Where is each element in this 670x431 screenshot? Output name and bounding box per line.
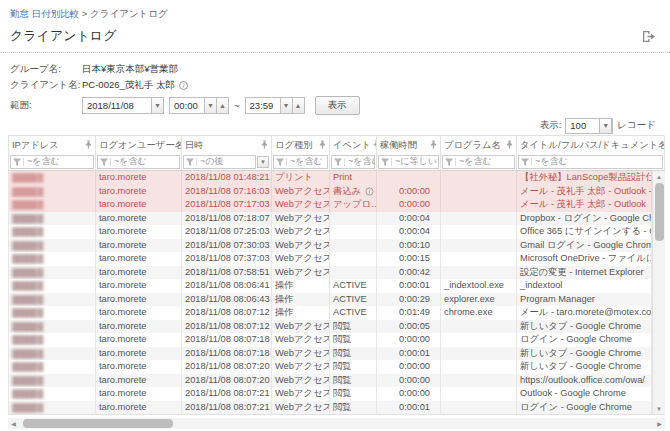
cell-datetime: 2018/11/08 07:16:03: [182, 185, 272, 199]
scroll-left-icon[interactable]: ◀: [8, 418, 19, 429]
export-icon[interactable]: [640, 28, 658, 45]
page-size-dropdown-icon[interactable]: ▼: [599, 118, 612, 134]
filter-cell-title: ~を含む: [517, 153, 665, 171]
client-info-icon[interactable]: i: [179, 81, 188, 90]
time-from-input[interactable]: 00:00: [169, 97, 205, 114]
time-to-up-icon[interactable]: ▲: [292, 97, 305, 114]
filter-input-event[interactable]: ~を含む: [331, 155, 375, 169]
cell-program: [441, 360, 517, 374]
scroll-up-icon[interactable]: ▲: [653, 171, 666, 182]
time-from-up-icon[interactable]: ▲: [216, 97, 229, 114]
filter-funnel-icon: [274, 158, 287, 166]
log-row[interactable]: ▓▓▓▓▓ ▓taro.morete2018/11/08 08:07:12操作A…: [8, 306, 665, 320]
column-header-user[interactable]: ログオンユーザー名: [96, 135, 182, 153]
filter-cell-user: ~を含む: [96, 153, 182, 171]
vertical-scrollbar-thumb[interactable]: [655, 183, 664, 241]
column-header-datetime[interactable]: 日時: [182, 135, 272, 153]
filter-operator-dropdown-icon[interactable]: ▼: [257, 156, 269, 168]
horizontal-scrollbar-thumb[interactable]: [23, 419, 173, 428]
scroll-right-icon[interactable]: ▶: [654, 418, 665, 429]
cell-datetime: 2018/11/08 08:07:18: [182, 333, 272, 347]
log-row[interactable]: ▓▓▓▓▓ ▓taro.morete2018/11/08 07:58:51Web…: [8, 266, 665, 280]
filter-cell-event: ~を含む: [330, 153, 377, 171]
log-row[interactable]: ▓▓▓▓▓ ▓taro.morete2018/11/08 08:07:18Web…: [8, 333, 665, 347]
horizontal-scrollbar[interactable]: ◀ ▶: [8, 418, 665, 429]
cell-type: Webアクセス: [272, 198, 330, 212]
column-header-label: ログオンユーザー名: [99, 136, 182, 154]
pin-icon[interactable]: [430, 140, 437, 149]
cell-datetime: 2018/11/08 08:07:20: [182, 360, 272, 374]
page-size-select[interactable]: 100▼: [565, 118, 613, 134]
pin-icon[interactable]: [506, 140, 513, 149]
column-header-ip[interactable]: IPアドレス: [8, 135, 96, 153]
cell-program: [441, 185, 517, 199]
filter-input-user[interactable]: ~を含む: [97, 155, 180, 169]
table-header-row: IPアドレスログオンユーザー名日時ログ種別イベント稼働時間プログラム名タイトル/…: [8, 135, 665, 153]
column-header-title[interactable]: タイトル/フルパス/ドキュメント名: [517, 135, 665, 153]
log-row[interactable]: ▓▓▓▓▓ ▓taro.morete2018/11/08 07:25:03Web…: [8, 225, 665, 239]
column-header-program[interactable]: プログラム名: [441, 135, 517, 153]
log-row[interactable]: ▓▓▓▓▓ ▓taro.morete2018/11/08 08:06:43操作A…: [8, 293, 665, 307]
filter-input-type[interactable]: ~を含む: [273, 155, 328, 169]
cell-duration: 0:00:00: [377, 374, 441, 388]
log-row[interactable]: ▓▓▓▓▓ ▓taro.morete2018/11/08 07:18:07Web…: [8, 212, 665, 226]
cell-datetime: 2018/11/08 07:30:03: [182, 239, 272, 253]
date-dropdown-icon[interactable]: ▼: [151, 97, 164, 114]
cell-title: ログイン - Google Chrome: [517, 333, 652, 347]
cell-user: taro.morete: [96, 333, 182, 347]
log-row[interactable]: ▓▓▓▓▓ ▓taro.morete2018/11/08 08:07:21Web…: [8, 387, 665, 401]
column-header-type[interactable]: ログ種別: [272, 135, 330, 153]
filter-cell-type: ~を含む: [272, 153, 330, 171]
log-row[interactable]: ▓▓▓▓▓ ▓taro.morete2018/11/08 01:48:21プリン…: [8, 171, 665, 185]
log-row[interactable]: ▓▓▓▓▓ ▓taro.morete2018/11/08 08:07:21Web…: [8, 401, 665, 415]
cell-event: [330, 252, 377, 266]
log-row[interactable]: ▓▓▓▓▓ ▓taro.morete2018/11/08 08:07:20Web…: [8, 360, 665, 374]
date-input[interactable]: 2018/11/08: [82, 97, 152, 114]
cell-ip: ▓▓▓▓▓ ▓: [8, 225, 96, 239]
log-row[interactable]: ▓▓▓▓▓ ▓taro.morete2018/11/08 07:17:03Web…: [8, 198, 665, 212]
log-row[interactable]: ▓▓▓▓▓ ▓taro.morete2018/11/08 07:37:03Web…: [8, 252, 665, 266]
cell-duration: 0:00:00: [377, 185, 441, 199]
cell-duration: 0:00:00: [377, 360, 441, 374]
cell-user: taro.morete: [96, 252, 182, 266]
log-row[interactable]: ▓▓▓▓▓ ▓taro.morete2018/11/08 07:30:03Web…: [8, 239, 665, 253]
cell-duration: 0:00:42: [377, 266, 441, 280]
log-row[interactable]: ▓▓▓▓▓ ▓taro.morete2018/11/08 07:16:03Web…: [8, 185, 665, 199]
column-header-label: ログ種別: [275, 136, 313, 154]
filter-input-program[interactable]: ~を含む: [442, 155, 515, 169]
cell-event: 閲覧: [330, 347, 377, 361]
filter-input-ip[interactable]: ~を含む: [10, 155, 94, 169]
column-header-duration[interactable]: 稼働時間: [377, 135, 441, 153]
filter-input-duration[interactable]: ~に等しい: [378, 155, 439, 169]
log-row[interactable]: ▓▓▓▓▓ ▓taro.morete2018/11/08 08:07:18Web…: [8, 347, 665, 361]
event-info-icon[interactable]: i: [366, 187, 374, 195]
cell-type: Webアクセス: [272, 239, 330, 253]
ip-address-redacted: ▓▓▓▓▓ ▓: [12, 281, 42, 290]
cell-user: taro.morete: [96, 171, 182, 185]
log-row[interactable]: ▓▓▓▓▓ ▓taro.morete2018/11/08 08:07:20Web…: [8, 374, 665, 388]
log-row[interactable]: ▓▓▓▓▓ ▓taro.morete2018/11/08 08:06:41操作A…: [8, 279, 665, 293]
show-button[interactable]: 表示: [315, 96, 360, 115]
cell-program: chrome.exe: [441, 306, 517, 320]
filter-input-title[interactable]: ~を含む: [518, 155, 663, 169]
cell-duration: [377, 171, 441, 185]
cell-datetime: 2018/11/08 08:07:12: [182, 306, 272, 320]
vertical-scrollbar[interactable]: ▲ ▼: [652, 171, 665, 414]
cell-title: Gmail ログイン - Google Chrome: [517, 239, 652, 253]
cell-type: Webアクセス: [272, 333, 330, 347]
pin-icon[interactable]: [319, 140, 326, 149]
ip-address-redacted: ▓▓▓▓▓ ▓: [12, 349, 42, 358]
column-header-event[interactable]: イベント: [330, 135, 377, 153]
log-row[interactable]: ▓▓▓▓▓ ▓taro.morete2018/11/08 08:07:12Web…: [8, 320, 665, 334]
pin-icon[interactable]: [85, 140, 92, 149]
cell-program: [441, 320, 517, 334]
scroll-down-icon[interactable]: ▼: [653, 403, 666, 414]
time-to-input[interactable]: 23:59: [245, 97, 281, 114]
ip-address-redacted: ▓▓▓▓▓ ▓: [12, 376, 42, 385]
breadcrumb-link-attendance[interactable]: 勤怠 日付別比較: [10, 8, 79, 19]
filter-input-datetime[interactable]: ~の後: [183, 155, 256, 169]
pin-icon[interactable]: [261, 140, 268, 149]
filter-placeholder: ~を含む: [287, 155, 323, 168]
cell-datetime: 2018/11/08 07:25:03: [182, 225, 272, 239]
cell-program: [441, 171, 517, 185]
